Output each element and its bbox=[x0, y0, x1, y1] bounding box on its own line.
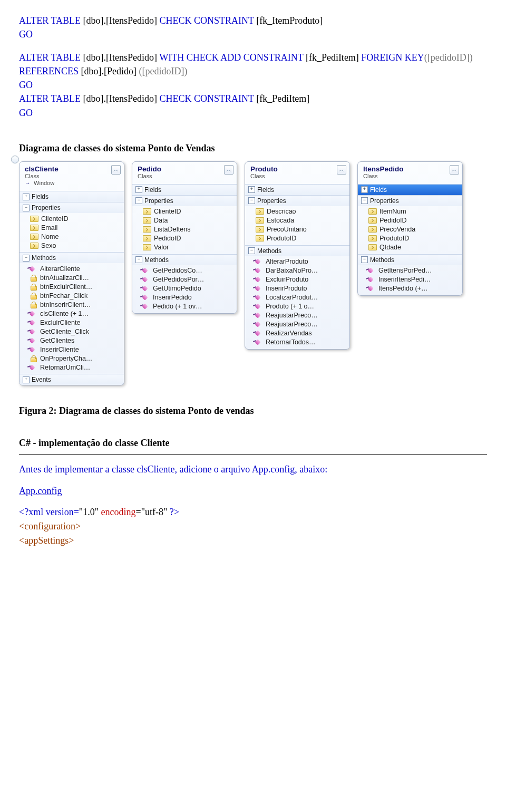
member-item[interactable]: Data bbox=[132, 216, 237, 225]
class-box-clscliente[interactable]: clsClienteClass→ Window︿+Fields−Properti… bbox=[19, 161, 124, 385]
collapse-chevron-icon[interactable]: ︿ bbox=[111, 165, 121, 175]
class-box-itenspedido[interactable]: ItensPedidoClass︿+Fields−PropertiesItemN… bbox=[357, 161, 463, 296]
member-item[interactable]: ListaDeItens bbox=[132, 225, 237, 234]
section-header-properties[interactable]: −Properties bbox=[132, 195, 237, 206]
member-item[interactable]: Estocada bbox=[245, 216, 349, 225]
member-item[interactable]: DarBaixaNoPro… bbox=[245, 266, 349, 275]
class-stereotype: Class bbox=[363, 173, 457, 180]
member-item[interactable]: btnFechar_Click bbox=[20, 291, 124, 300]
link-appconfig[interactable]: App.config bbox=[19, 486, 62, 496]
member-item[interactable]: Sexo bbox=[20, 241, 124, 250]
class-box-pedido[interactable]: PedidoClass︿+Fields−PropertiesClienteIDD… bbox=[132, 161, 237, 314]
member-item[interactable]: RetornarUmCli… bbox=[20, 363, 124, 372]
collapse-icon[interactable]: − bbox=[135, 256, 142, 263]
collapse-chevron-icon[interactable]: ︿ bbox=[224, 165, 233, 175]
member-item[interactable]: btnExcluirClient… bbox=[20, 282, 124, 291]
connector-handle[interactable] bbox=[11, 156, 19, 163]
private-method-icon bbox=[30, 284, 37, 290]
member-item[interactable]: OnPropertyCha… bbox=[20, 354, 124, 363]
member-item[interactable]: ProdutoID bbox=[245, 234, 349, 243]
expand-icon[interactable]: + bbox=[23, 376, 30, 383]
member-item[interactable]: ItemNum bbox=[358, 207, 462, 216]
collapse-icon[interactable]: − bbox=[23, 255, 30, 262]
member-item[interactable]: Qtdade bbox=[358, 243, 462, 252]
class-header[interactable]: PedidoClass︿ bbox=[132, 162, 237, 184]
section-header-methods[interactable]: −Methods bbox=[358, 254, 462, 265]
member-item[interactable]: AlterarProduto bbox=[245, 257, 349, 266]
member-item[interactable]: ExcluirProduto bbox=[245, 275, 349, 284]
member-item[interactable]: InserirPedido bbox=[132, 293, 237, 302]
member-item[interactable]: PrecoUnitario bbox=[245, 225, 349, 234]
member-item[interactable]: GetUtimoPedido bbox=[132, 284, 237, 293]
collapse-chevron-icon[interactable]: ︿ bbox=[450, 165, 459, 175]
class-header[interactable]: clsClienteClass→ Window︿ bbox=[20, 162, 124, 191]
section-header-fields[interactable]: +Fields bbox=[20, 191, 124, 202]
member-item[interactable]: LocalizarProdut… bbox=[245, 293, 349, 302]
member-item[interactable]: GetCliente_Click bbox=[20, 327, 124, 336]
collapse-icon[interactable]: − bbox=[361, 197, 368, 204]
xml-pi: ?> bbox=[170, 507, 179, 517]
member-label: AlterarCliente bbox=[40, 265, 80, 273]
section-header-fields[interactable]: +Fields bbox=[132, 184, 237, 195]
member-item[interactable]: PrecoVenda bbox=[358, 225, 462, 234]
expand-icon[interactable]: + bbox=[248, 186, 255, 193]
member-item[interactable]: RetornarTodos… bbox=[245, 338, 349, 347]
member-item[interactable]: ItensPedido (+… bbox=[358, 284, 462, 293]
member-item[interactable]: btnAtualizarCli… bbox=[20, 273, 124, 282]
member-item[interactable]: ClienteID bbox=[20, 214, 124, 223]
member-item[interactable]: ExcluirCliente bbox=[20, 318, 124, 327]
collapse-icon[interactable]: − bbox=[248, 247, 255, 254]
member-item[interactable]: Valor bbox=[132, 243, 237, 252]
expand-icon[interactable]: + bbox=[23, 194, 30, 200]
member-item[interactable]: Pedido (+ 1 ov… bbox=[132, 302, 237, 311]
collapse-icon[interactable]: − bbox=[23, 205, 30, 211]
member-item[interactable]: PedidoID bbox=[358, 216, 462, 225]
expand-icon[interactable]: + bbox=[361, 186, 368, 193]
member-label: Sexo bbox=[41, 242, 56, 249]
section-header-methods[interactable]: −Methods bbox=[132, 254, 237, 265]
member-item[interactable]: GetItensPorPed… bbox=[358, 266, 462, 275]
member-label: InserirPedido bbox=[153, 294, 192, 301]
collapse-chevron-icon[interactable]: ︿ bbox=[337, 165, 346, 175]
member-item[interactable]: ProdutoID bbox=[358, 234, 462, 243]
section-header-properties[interactable]: −Properties bbox=[358, 195, 462, 206]
expand-icon[interactable]: + bbox=[135, 186, 142, 193]
class-header[interactable]: ProdutoClass︿ bbox=[245, 162, 349, 184]
collapse-icon[interactable]: − bbox=[248, 197, 255, 204]
member-item[interactable]: InserirCliente bbox=[20, 345, 124, 354]
member-item[interactable]: Produto (+ 1 o… bbox=[245, 302, 349, 311]
section-header-properties[interactable]: −Properties bbox=[20, 202, 124, 213]
member-item[interactable]: ClienteID bbox=[132, 207, 237, 216]
section-header-methods[interactable]: −Methods bbox=[20, 252, 124, 263]
section-header-properties[interactable]: −Properties bbox=[245, 195, 349, 206]
section-header-fields[interactable]: +Fields bbox=[245, 184, 349, 195]
section-header-methods[interactable]: −Methods bbox=[245, 245, 349, 256]
collapse-icon[interactable]: − bbox=[135, 197, 142, 204]
class-box-produto[interactable]: ProdutoClass︿+Fields−PropertiesDescricao… bbox=[245, 161, 350, 350]
member-item[interactable]: ReajustarPreco… bbox=[245, 311, 349, 320]
member-item[interactable]: ReajustarPreco… bbox=[245, 320, 349, 329]
section-header-fields[interactable]: +Fields bbox=[358, 184, 462, 195]
member-item[interactable]: clsCliente (+ 1… bbox=[20, 309, 124, 318]
class-stereotype: Class bbox=[25, 173, 119, 180]
collapse-icon[interactable]: − bbox=[361, 256, 368, 263]
member-item[interactable]: GetPedidosPor… bbox=[132, 275, 237, 284]
member-label: Estocada bbox=[267, 217, 294, 224]
member-item[interactable]: RealizarVendas bbox=[245, 329, 349, 338]
property-icon bbox=[368, 226, 377, 233]
member-item[interactable]: Nome bbox=[20, 232, 124, 241]
member-item[interactable]: InserirItensPedi… bbox=[358, 275, 462, 284]
section-header-events[interactable]: +Events bbox=[20, 374, 124, 385]
member-item[interactable]: InserirProduto bbox=[245, 284, 349, 293]
member-item[interactable]: Descricao bbox=[245, 207, 349, 216]
member-item[interactable]: GetClientes bbox=[20, 336, 124, 345]
member-label: ItensPedido (+… bbox=[378, 285, 427, 292]
xml-block: <?xml version="1.0" encoding="utf-8" ?> … bbox=[19, 505, 487, 548]
method-icon bbox=[143, 285, 150, 292]
member-item[interactable]: Email bbox=[20, 223, 124, 232]
member-item[interactable]: btnInserirClient… bbox=[20, 300, 124, 309]
member-item[interactable]: PedidoID bbox=[132, 234, 237, 243]
member-item[interactable]: AlterarCliente bbox=[20, 264, 124, 273]
class-header[interactable]: ItensPedidoClass︿ bbox=[358, 162, 462, 184]
member-item[interactable]: GetPedidosCo… bbox=[132, 266, 237, 275]
